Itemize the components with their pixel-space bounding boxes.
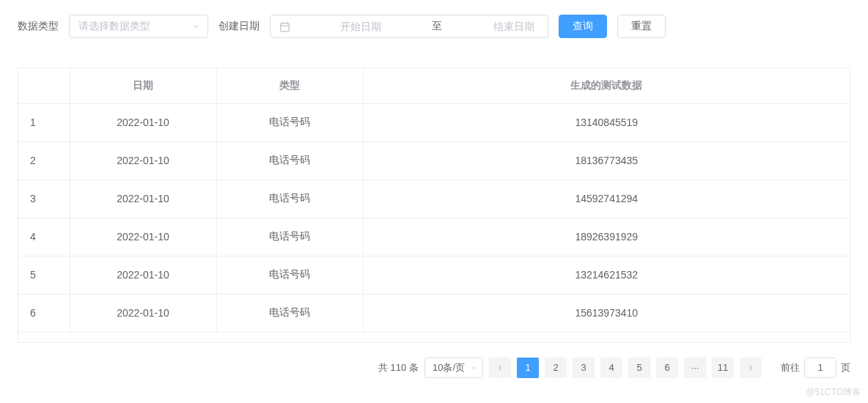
cell-index: 3 bbox=[18, 180, 70, 218]
page-button-2[interactable]: 2 bbox=[545, 358, 567, 378]
date-range-picker[interactable]: 至 bbox=[270, 15, 548, 38]
cell-date: 2022-01-10 bbox=[70, 180, 216, 218]
cell-data: 14592741294 bbox=[363, 180, 850, 218]
page-button-6[interactable]: 6 bbox=[656, 358, 678, 378]
data-table: 日期 类型 生成的测试数据 12022-01-10电话号码13140845519… bbox=[18, 67, 850, 343]
page-ellipsis: ··· bbox=[684, 358, 706, 378]
cell-date: 2022-01-10 bbox=[70, 256, 216, 294]
col-header-type: 类型 bbox=[216, 68, 363, 103]
cell-type: 电话号码 bbox=[216, 218, 363, 256]
prev-page-button[interactable] bbox=[489, 358, 511, 378]
cell-data: 18926391929 bbox=[363, 218, 850, 256]
col-header-index bbox=[18, 68, 70, 103]
page-jump: 前往 页 bbox=[781, 358, 850, 378]
chevron-down-icon bbox=[191, 22, 200, 31]
create-date-label: 创建日期 bbox=[218, 20, 260, 33]
cell-date: 2022-01-10 bbox=[70, 141, 216, 180]
watermark: @51CTO博客 bbox=[806, 386, 861, 393]
table-row: 52022-01-10电话号码13214621532 bbox=[18, 256, 850, 294]
cell-type: 电话号码 bbox=[216, 103, 363, 141]
start-date-input[interactable] bbox=[296, 21, 424, 32]
page-button-3[interactable]: 3 bbox=[573, 358, 595, 378]
page-button-1[interactable]: 1 bbox=[517, 358, 539, 378]
data-type-label: 数据类型 bbox=[18, 20, 59, 33]
cell-index: 2 bbox=[18, 141, 70, 180]
table-row: 62022-01-10电话号码15613973410 bbox=[18, 294, 850, 332]
end-date-input[interactable] bbox=[449, 21, 578, 32]
table-header-row: 日期 类型 生成的测试数据 bbox=[18, 68, 850, 103]
cell-data: 18136773435 bbox=[363, 141, 850, 180]
col-header-date: 日期 bbox=[70, 68, 216, 103]
jump-suffix: 页 bbox=[841, 361, 850, 374]
jump-input[interactable] bbox=[804, 358, 836, 378]
table-row: 22022-01-10电话号码18136773435 bbox=[18, 141, 850, 180]
cell-data: 15613973410 bbox=[363, 294, 850, 332]
cell-type: 电话号码 bbox=[216, 294, 363, 332]
cell-type: 电话号码 bbox=[216, 180, 363, 218]
jump-prefix: 前往 bbox=[781, 361, 800, 374]
cell-index: 4 bbox=[18, 218, 70, 256]
cell-date: 2022-01-10 bbox=[70, 294, 216, 332]
cell-index: 1 bbox=[18, 103, 70, 141]
data-type-select[interactable]: 请选择数据类型 bbox=[69, 15, 208, 38]
filter-bar: 数据类型 请选择数据类型 创建日期 至 查询 重置 bbox=[18, 15, 850, 38]
cell-index: 6 bbox=[18, 294, 70, 332]
table-row: 32022-01-10电话号码14592741294 bbox=[18, 180, 850, 218]
cell-index: 5 bbox=[18, 256, 70, 294]
page-size-label: 10条/页 bbox=[433, 361, 465, 374]
next-page-button[interactable] bbox=[740, 358, 762, 378]
cell-type: 电话号码 bbox=[216, 256, 363, 294]
table-row: 42022-01-10电话号码18926391929 bbox=[18, 218, 850, 256]
page-size-select[interactable]: 10条/页 bbox=[424, 358, 483, 378]
page-button-5[interactable]: 5 bbox=[628, 358, 650, 378]
cell-date: 2022-01-10 bbox=[70, 103, 216, 141]
total-count: 共 110 条 bbox=[378, 361, 419, 374]
svg-rect-0 bbox=[281, 23, 289, 31]
cell-date: 2022-01-10 bbox=[70, 218, 216, 256]
pagination: 共 110 条 10条/页 123456···11 前往 页 bbox=[18, 358, 850, 378]
cell-data: 13214621532 bbox=[363, 256, 850, 294]
chevron-down-icon bbox=[470, 363, 478, 371]
range-separator: 至 bbox=[424, 20, 449, 33]
page-button-11[interactable]: 11 bbox=[712, 358, 734, 378]
calendar-icon bbox=[279, 21, 290, 32]
table-row: 12022-01-10电话号码13140845519 bbox=[18, 103, 850, 141]
page-button-4[interactable]: 4 bbox=[600, 358, 622, 378]
cell-type: 电话号码 bbox=[216, 141, 363, 180]
cell-data: 13140845519 bbox=[363, 103, 850, 141]
reset-button[interactable]: 重置 bbox=[617, 15, 666, 38]
empty-row bbox=[18, 332, 850, 342]
data-type-placeholder: 请选择数据类型 bbox=[78, 20, 150, 33]
col-header-data: 生成的测试数据 bbox=[363, 68, 850, 103]
